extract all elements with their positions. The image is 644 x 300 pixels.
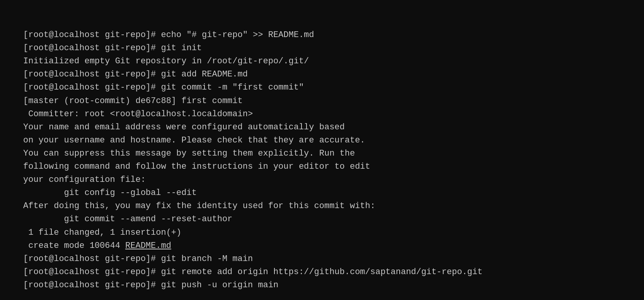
terminal-line-line16: After doing this, you may fix the identi…	[23, 200, 621, 213]
terminal-line-line5: [root@localhost git-repo]# git commit -m…	[23, 81, 621, 94]
terminal-line-line9: on your username and hostname. Please ch…	[23, 134, 621, 147]
terminal-line-line22: [root@localhost git-repo]# git branch -M…	[23, 253, 621, 266]
terminal-line-line8: Your name and email address were configu…	[23, 121, 621, 134]
terminal-line-line12: your configuration file:	[23, 173, 621, 186]
terminal-line-line11: following command and follow the instruc…	[23, 160, 621, 173]
terminal-line-line7: Committer: root <root@localhost.localdom…	[23, 108, 621, 121]
terminal-line-line10: You can suppress this message by setting…	[23, 147, 621, 160]
terminal-line-line4: [root@localhost git-repo]# git add READM…	[23, 68, 621, 81]
terminal-line-line18: git commit --amend --reset-author	[23, 213, 621, 226]
terminal-line-line24: [root@localhost git-repo]# git push -u o…	[23, 279, 621, 292]
terminal-output: [root@localhost git-repo]# echo "# git-r…	[23, 15, 621, 292]
readme-underlined: README.md	[125, 241, 171, 251]
terminal-line-line1: [root@localhost git-repo]# echo "# git-r…	[23, 29, 621, 42]
terminal-line-line6: [master (root-commit) de67c88] first com…	[23, 95, 621, 108]
terminal-line-line3: Initialized empty Git repository in /roo…	[23, 55, 621, 68]
terminal-line-line21: create mode 100644 README.md	[23, 239, 621, 253]
terminal-line-line20: 1 file changed, 1 insertion(+)	[23, 226, 621, 239]
terminal-line-line2: [root@localhost git-repo]# git init	[23, 42, 621, 55]
terminal-line-line14: git config --global --edit	[23, 186, 621, 200]
terminal-line-line23: [root@localhost git-repo]# git remote ad…	[23, 266, 621, 279]
